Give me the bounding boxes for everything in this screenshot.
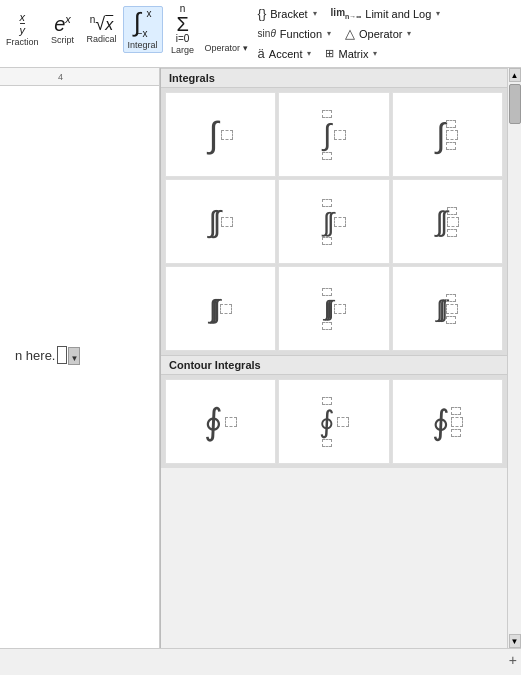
double-right-symbol: ∫∫ (436, 208, 445, 236)
scroll-up-arrow[interactable]: ▲ (509, 68, 521, 82)
cursor-box: ▼ (57, 346, 67, 364)
contour-right-symbol: ∮ (432, 405, 450, 439)
matrix-icon: ⊞ (325, 47, 334, 60)
int-upper-box (322, 110, 332, 118)
panel-inner[interactable]: Integrals ∫ ∫ (161, 68, 507, 648)
fraction-button[interactable]: x y Fraction (2, 10, 43, 49)
tint-body (334, 304, 346, 314)
bracket-icon: {} (258, 6, 267, 21)
int-box-2 (334, 130, 346, 140)
integral-simple-symbol: ∫ (209, 117, 219, 153)
text-content: n here. ▼ (15, 346, 149, 364)
triple-limits-boxes (334, 304, 346, 314)
accent-chevron: ▾ (307, 49, 311, 58)
large-operator-button[interactable]: n Σ i=0 Large (165, 2, 201, 57)
tint-upper (322, 288, 332, 296)
int-right-lower (446, 142, 456, 150)
function-menu-item[interactable]: sinθ Function ▾ (252, 24, 337, 43)
integral-label: Integral (128, 40, 158, 50)
contour-simple-cell[interactable]: ∮ (165, 379, 276, 464)
int-right-upper (446, 120, 456, 128)
triple-limits-group: ∫∫∫ (322, 288, 332, 330)
double-integral-limits-cell[interactable]: ∫∫ (278, 179, 389, 264)
integral-simple-boxes (221, 130, 233, 140)
triple-integral-cell[interactable]: ∫∫∫ (165, 266, 276, 351)
scroll-down-arrow[interactable]: ▼ (509, 634, 521, 648)
contour-limits-boxes (337, 417, 349, 427)
accent-icon: ä (258, 46, 265, 61)
dint-r-lower (447, 229, 457, 237)
script-label: Script (51, 35, 74, 45)
contour-limits-symbol: ∮ (319, 407, 335, 437)
panel-with-scroll: Integrals ∫ ∫ (161, 68, 521, 648)
bottom-bar: + (0, 648, 521, 670)
scroll-thumb[interactable] (509, 84, 521, 124)
integral-button[interactable]: ∫−xx Integral (123, 6, 163, 53)
zoom-plus-icon[interactable]: + (509, 652, 517, 668)
double-integral-cell[interactable]: ∫∫ (165, 179, 276, 264)
double-integral-symbol: ∫∫ (208, 207, 216, 237)
fraction-label: Fraction (6, 37, 39, 47)
double-limits-boxes (334, 217, 346, 227)
triple-integral-symbol: ∫∫∫ (209, 296, 215, 322)
function-chevron: ▾ (327, 29, 331, 38)
contour-simple-symbol: ∮ (204, 404, 223, 440)
cint-upper (322, 397, 332, 405)
fraction-icon: x y (20, 12, 26, 36)
tint-r-lower (446, 316, 456, 324)
cint-r-lower (451, 429, 461, 437)
bracket-chevron: ▾ (313, 9, 317, 18)
script-icon: ex (54, 14, 71, 34)
integrals-grid: ∫ ∫ (161, 88, 507, 355)
cint-r-upper (451, 407, 461, 415)
contour-right-limits-cell[interactable]: ∮ (392, 379, 503, 464)
triple-integral-boxes (220, 304, 232, 314)
int-lower-box (322, 152, 332, 160)
main-content: 4 n here. ▼ Integrals ∫ (0, 68, 521, 648)
tint-box (220, 304, 232, 314)
double-limits-symbol: ∫∫ (323, 209, 331, 235)
integrals-section-header: Integrals (161, 68, 507, 88)
radical-button[interactable]: n√x Radical (83, 13, 121, 46)
script-button[interactable]: ex Script (45, 12, 81, 47)
large-operator-icon: n Σ i=0 (176, 4, 190, 44)
matrix-chevron: ▾ (373, 49, 377, 58)
large-label: Large (171, 45, 194, 55)
tint-r-body (446, 304, 458, 314)
accent-menu-item[interactable]: ä Accent ▾ (252, 44, 318, 63)
matrix-menu-item[interactable]: ⊞ Matrix ▾ (319, 44, 383, 63)
double-limits-group: ∫∫ (322, 199, 332, 245)
contour-grid: ∮ ∮ (161, 375, 507, 468)
cint-box (225, 417, 237, 427)
integral-right-boxes (446, 120, 458, 150)
triple-right-boxes (446, 294, 458, 324)
integrals-panel: Integrals ∫ ∫ (160, 68, 521, 648)
integral-right-limits-cell[interactable]: ∫ (392, 92, 503, 177)
triple-right-limits-cell[interactable]: ∫∫∫ (392, 266, 503, 351)
bracket-menu-item[interactable]: {} Bracket ▾ (252, 4, 323, 23)
dint-lower (322, 237, 332, 245)
int-right-body (446, 130, 458, 140)
triple-limits-symbol: ∫∫∫ (324, 298, 330, 320)
integral-simple-cell[interactable]: ∫ (165, 92, 276, 177)
large-operator-sublabel: Operator ▾ (205, 43, 248, 57)
limit-log-icon: limn→∞ (331, 7, 362, 20)
triple-integral-limits-cell[interactable]: ∫∫∫ (278, 266, 389, 351)
contour-limits-cell[interactable]: ∮ (278, 379, 389, 464)
editor-body[interactable]: n here. ▼ (0, 86, 159, 384)
cursor-arrow[interactable]: ▼ (68, 347, 80, 365)
ribbon: x y Fraction ex Script n√x Radical ∫−xx … (0, 0, 521, 68)
tint-r-upper (446, 294, 456, 302)
editor-area: 4 n here. ▼ (0, 68, 160, 648)
integral-limits-boxes (334, 130, 346, 140)
int-box-1 (221, 130, 233, 140)
ruler-marks: 4 (0, 68, 159, 85)
triple-right-symbol: ∫∫∫ (436, 297, 444, 321)
limit-log-menu-item[interactable]: limn→∞ Limit and Log ▾ (325, 4, 447, 23)
integral-icon: ∫−xx (134, 9, 152, 39)
double-right-limits-cell[interactable]: ∫∫ (392, 179, 503, 264)
cint-r-body (451, 417, 463, 427)
integral-limits-cell[interactable]: ∫ (278, 92, 389, 177)
function-icon: sinθ (258, 28, 276, 39)
operator-menu-item[interactable]: △ Operator ▾ (339, 24, 417, 43)
